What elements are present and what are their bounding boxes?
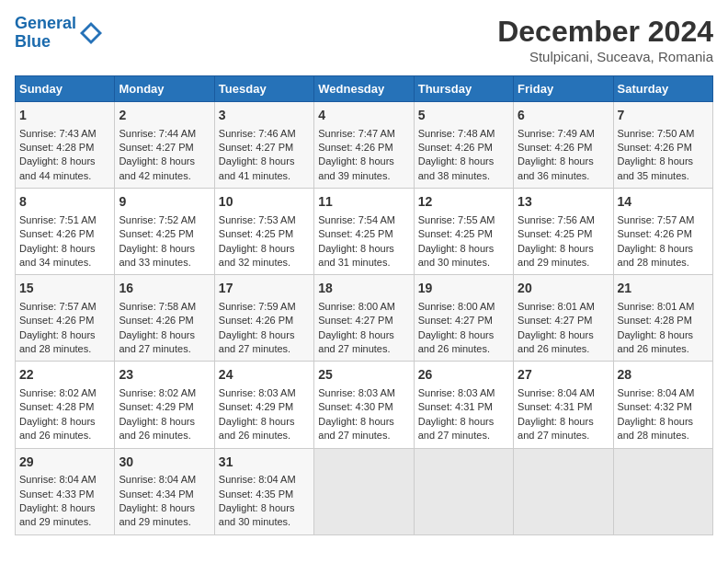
day-number: 9 — [119, 193, 210, 212]
calendar-day-cell: 17Sunrise: 7:59 AMSunset: 4:26 PMDayligh… — [214, 275, 313, 362]
day-info-line: and 35 minutes. — [618, 169, 709, 183]
day-number: 29 — [19, 454, 110, 472]
day-number: 11 — [318, 193, 409, 212]
logo-icon — [78, 20, 104, 46]
day-info-line: Daylight: 8 hours — [418, 242, 509, 256]
day-info-line: and 27 minutes. — [418, 429, 509, 442]
day-info-line: Sunrise: 8:04 AM — [219, 473, 310, 487]
day-info-line: Daylight: 8 hours — [618, 415, 709, 429]
weekday-header: Sunday — [16, 76, 115, 102]
calendar-day-cell: 20Sunrise: 8:01 AMSunset: 4:27 PMDayligh… — [514, 275, 613, 362]
day-info-line: Sunset: 4:27 PM — [518, 314, 609, 327]
day-number: 14 — [618, 193, 709, 212]
calendar-day-cell: 2Sunrise: 7:44 AMSunset: 4:27 PMDaylight… — [115, 102, 214, 189]
day-info-line: Sunset: 4:34 PM — [119, 488, 210, 501]
calendar-day-cell: 21Sunrise: 8:01 AMSunset: 4:28 PMDayligh… — [613, 275, 712, 362]
calendar-day-cell: 19Sunrise: 8:00 AMSunset: 4:27 PMDayligh… — [414, 275, 513, 362]
calendar-day-cell: 8Sunrise: 7:51 AMSunset: 4:26 PMDaylight… — [16, 189, 115, 275]
day-info-line: Daylight: 8 hours — [119, 501, 210, 515]
day-info-line: Sunset: 4:35 PM — [219, 488, 310, 501]
calendar-day-cell: 27Sunrise: 8:04 AMSunset: 4:31 PMDayligh… — [514, 362, 613, 448]
day-info-line: Sunset: 4:31 PM — [418, 400, 509, 414]
day-info-line: Daylight: 8 hours — [19, 415, 110, 429]
day-info-line: Daylight: 8 hours — [19, 328, 110, 342]
day-info-line: Sunrise: 8:04 AM — [119, 473, 210, 487]
day-info-line: and 31 minutes. — [318, 256, 409, 270]
weekday-header: Tuesday — [214, 76, 313, 102]
day-info-line: Daylight: 8 hours — [618, 328, 709, 342]
day-number: 18 — [318, 280, 409, 298]
calendar-subtitle: Stulpicani, Suceava, Romania — [497, 49, 713, 64]
day-info-line: and 33 minutes. — [119, 256, 210, 270]
day-info-line: Daylight: 8 hours — [618, 242, 709, 256]
calendar-day-cell: 16Sunrise: 7:58 AMSunset: 4:26 PMDayligh… — [115, 275, 214, 362]
day-info-line: Daylight: 8 hours — [318, 242, 409, 256]
day-info-line: Sunset: 4:25 PM — [119, 227, 210, 241]
weekday-header-row: SundayMondayTuesdayWednesdayThursdayFrid… — [16, 76, 713, 102]
calendar-day-cell — [613, 448, 712, 534]
day-info-line: Sunrise: 7:46 AM — [219, 127, 310, 141]
day-number: 10 — [219, 193, 310, 212]
day-number: 27 — [518, 366, 609, 385]
day-info-line: and 27 minutes. — [318, 342, 409, 356]
day-info-line: and 34 minutes. — [19, 256, 110, 270]
day-info-line: and 39 minutes. — [318, 169, 409, 183]
day-info-line: Sunrise: 8:04 AM — [19, 473, 110, 487]
calendar-day-cell: 14Sunrise: 7:57 AMSunset: 4:26 PMDayligh… — [613, 189, 712, 275]
day-info-line: Sunrise: 8:01 AM — [518, 300, 609, 314]
day-info-line: Sunset: 4:30 PM — [318, 400, 409, 414]
day-info-line: and 29 minutes. — [19, 515, 110, 529]
day-info-line: Sunset: 4:26 PM — [119, 314, 210, 327]
day-info-line: Sunrise: 7:53 AM — [219, 213, 310, 227]
day-info-line: and 27 minutes. — [219, 342, 310, 356]
day-number: 28 — [618, 366, 709, 385]
day-info-line: Sunset: 4:27 PM — [418, 314, 509, 327]
day-info-line: and 26 minutes. — [418, 342, 509, 356]
calendar-week-row: 15Sunrise: 7:57 AMSunset: 4:26 PMDayligh… — [16, 275, 713, 362]
day-info-line: Daylight: 8 hours — [518, 155, 609, 168]
day-info-line: Sunrise: 8:03 AM — [219, 386, 310, 400]
day-info-line: Daylight: 8 hours — [219, 415, 310, 429]
day-info-line: and 38 minutes. — [418, 169, 509, 183]
day-info-line: Sunset: 4:33 PM — [19, 488, 110, 501]
calendar-day-cell: 3Sunrise: 7:46 AMSunset: 4:27 PMDaylight… — [214, 102, 313, 189]
calendar-week-row: 1Sunrise: 7:43 AMSunset: 4:28 PMDaylight… — [16, 102, 713, 189]
day-info-line: Sunset: 4:28 PM — [618, 314, 709, 327]
day-info-line: Sunset: 4:26 PM — [219, 314, 310, 327]
day-number: 15 — [19, 280, 110, 298]
day-info-line: Daylight: 8 hours — [618, 155, 709, 168]
calendar-day-cell — [314, 448, 414, 534]
day-info-line: Sunrise: 7:57 AM — [618, 213, 709, 227]
day-info-line: Sunset: 4:25 PM — [518, 227, 609, 241]
day-info-line: and 27 minutes. — [318, 429, 409, 442]
day-info-line: and 29 minutes. — [518, 256, 609, 270]
day-info-line: Sunrise: 7:55 AM — [418, 213, 509, 227]
day-info-line: and 41 minutes. — [219, 169, 310, 183]
day-number: 19 — [418, 280, 509, 298]
day-info-line: Sunrise: 8:00 AM — [418, 300, 509, 314]
calendar-day-cell — [514, 448, 613, 534]
day-info-line: Daylight: 8 hours — [119, 242, 210, 256]
day-info-line: Sunrise: 7:58 AM — [119, 300, 210, 314]
day-info-line: Sunrise: 7:56 AM — [518, 213, 609, 227]
day-info-line: Sunrise: 8:04 AM — [518, 386, 609, 400]
day-info-line: Daylight: 8 hours — [418, 415, 509, 429]
day-number: 2 — [119, 107, 210, 125]
day-info-line: and 26 minutes. — [518, 342, 609, 356]
calendar-day-cell: 18Sunrise: 8:00 AMSunset: 4:27 PMDayligh… — [314, 275, 414, 362]
day-number: 24 — [219, 366, 310, 385]
day-number: 3 — [219, 107, 310, 125]
weekday-header: Thursday — [414, 76, 513, 102]
day-info-line: Sunrise: 8:00 AM — [318, 300, 409, 314]
day-info-line: Daylight: 8 hours — [219, 501, 310, 515]
day-info-line: Sunrise: 7:52 AM — [119, 213, 210, 227]
day-number: 4 — [318, 107, 409, 125]
day-info-line: and 27 minutes. — [518, 429, 609, 442]
day-number: 1 — [19, 107, 110, 125]
day-info-line: Sunset: 4:26 PM — [618, 227, 709, 241]
calendar-table: SundayMondayTuesdayWednesdayThursdayFrid… — [15, 75, 713, 535]
day-info-line: Daylight: 8 hours — [518, 242, 609, 256]
calendar-day-cell: 28Sunrise: 8:04 AMSunset: 4:32 PMDayligh… — [613, 362, 712, 448]
day-number: 25 — [318, 366, 409, 385]
day-info-line: Sunset: 4:32 PM — [618, 400, 709, 414]
